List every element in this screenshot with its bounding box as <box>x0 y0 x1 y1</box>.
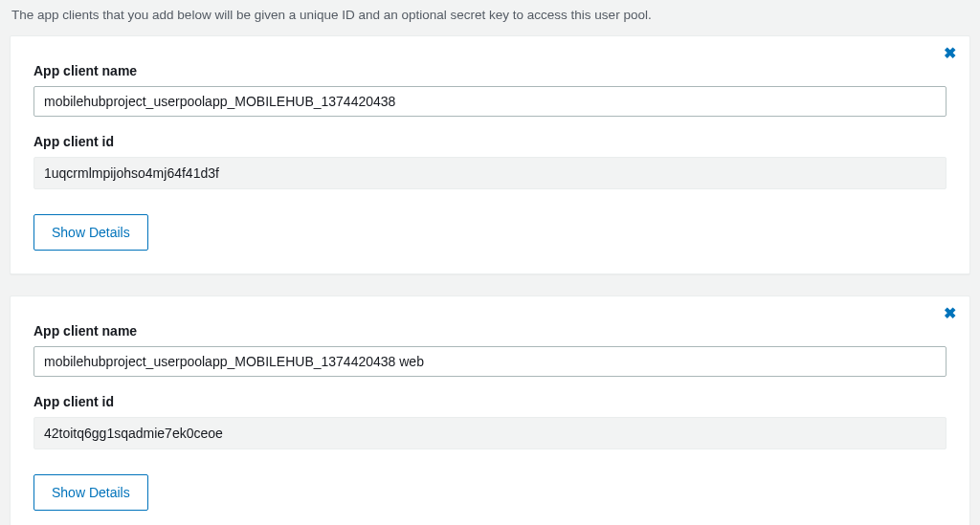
close-icon[interactable]: ✖ <box>944 46 956 61</box>
app-client-id-label: App client id <box>33 394 947 409</box>
page-description: The app clients that you add below will … <box>0 0 980 35</box>
app-client-name-label: App client name <box>33 323 947 339</box>
app-client-card: ✖ App client name App client id 42toitq6… <box>10 295 970 525</box>
app-client-id-value: 1uqcrmlmpijohso4mj64f41d3f <box>33 157 947 189</box>
app-client-card: ✖ App client name App client id 1uqcrmlm… <box>10 35 970 274</box>
app-client-name-input[interactable] <box>33 86 947 117</box>
app-client-name-label: App client name <box>33 63 947 78</box>
app-client-id-value: 42toitq6gg1sqadmie7ek0ceoe <box>33 417 947 449</box>
show-details-button[interactable]: Show Details <box>33 474 148 511</box>
app-client-id-label: App client id <box>33 134 947 149</box>
app-client-name-input[interactable] <box>33 346 947 377</box>
show-details-button[interactable]: Show Details <box>33 214 148 251</box>
close-icon[interactable]: ✖ <box>944 306 956 321</box>
